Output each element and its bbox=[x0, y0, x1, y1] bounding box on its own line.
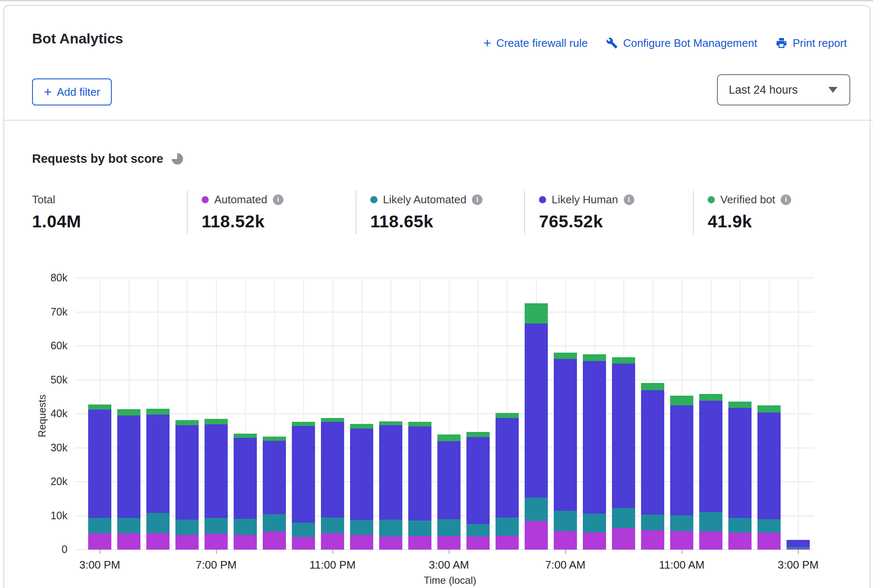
bar-1-00-AM[interactable] bbox=[379, 421, 402, 550]
y-axis-label: 70k bbox=[0, 306, 67, 318]
y-axis-label: 30k bbox=[0, 442, 67, 454]
segment-automated bbox=[292, 537, 315, 550]
segment-verified-bot bbox=[437, 434, 461, 441]
bar-7-00-PM[interactable] bbox=[205, 419, 228, 550]
segment-verified-bot bbox=[175, 420, 199, 425]
bar-3-00-PM[interactable] bbox=[88, 405, 111, 550]
segment-likely-automated bbox=[321, 518, 344, 533]
x-axis-title: Time (local) bbox=[404, 575, 496, 586]
segment-likely-human bbox=[728, 408, 752, 518]
bar-11-00-PM[interactable] bbox=[321, 418, 344, 550]
segment-likely-human bbox=[263, 441, 286, 515]
segment-likely-automated bbox=[583, 514, 606, 532]
segment-likely-automated bbox=[292, 523, 315, 537]
segment-automated bbox=[379, 537, 402, 550]
segment-likely-automated bbox=[496, 518, 519, 536]
bar-10-00-AM[interactable] bbox=[641, 383, 664, 550]
x-axis-tick bbox=[798, 550, 799, 554]
y-axis-label: 50k bbox=[0, 374, 67, 386]
segment-likely-automated bbox=[699, 512, 722, 531]
segment-verified-bot bbox=[88, 405, 111, 409]
h-gridline bbox=[75, 278, 814, 278]
segment-automated bbox=[612, 528, 635, 550]
bar-3-00-AM[interactable] bbox=[437, 434, 461, 550]
segment-automated bbox=[670, 531, 693, 550]
segment-likely-human bbox=[583, 361, 606, 514]
y-axis-label: 80k bbox=[0, 272, 67, 284]
segment-verified-bot bbox=[234, 434, 257, 438]
segment-likely-automated bbox=[466, 524, 490, 537]
segment-likely-human bbox=[757, 413, 781, 520]
bar-10-00-PM[interactable] bbox=[292, 422, 315, 550]
bar-3-00-PM[interactable] bbox=[787, 540, 810, 550]
segment-verified-bot bbox=[408, 422, 431, 426]
segment-likely-human bbox=[699, 401, 722, 512]
bar-11-00-AM[interactable] bbox=[670, 396, 693, 550]
segment-likely-human bbox=[292, 426, 315, 523]
bar-2-00-AM[interactable] bbox=[408, 422, 431, 550]
segment-automated bbox=[321, 533, 344, 550]
segment-automated bbox=[699, 531, 722, 550]
segment-likely-human bbox=[641, 390, 664, 515]
segment-likely-human bbox=[437, 441, 461, 519]
segment-automated bbox=[175, 535, 199, 550]
segment-likely-human bbox=[205, 424, 228, 518]
bar-4-00-PM[interactable] bbox=[117, 409, 140, 550]
y-axis-label: 40k bbox=[0, 407, 67, 420]
segment-verified-bot bbox=[263, 437, 286, 441]
bar-9-00-PM[interactable] bbox=[263, 437, 286, 550]
segment-likely-human bbox=[496, 418, 519, 518]
segment-verified-bot bbox=[699, 394, 722, 400]
segment-verified-bot bbox=[554, 353, 577, 359]
bar-12-00-AM[interactable] bbox=[350, 424, 373, 550]
segment-automated bbox=[408, 536, 431, 550]
segment-likely-human bbox=[88, 410, 111, 518]
segment-automated bbox=[205, 534, 228, 550]
bar-6-00-PM[interactable] bbox=[175, 420, 199, 550]
segment-likely-automated bbox=[263, 514, 286, 531]
segment-likely-human bbox=[234, 438, 257, 519]
segment-verified-bot bbox=[641, 383, 664, 390]
v-gridline bbox=[798, 278, 799, 550]
bar-5-00-PM[interactable] bbox=[146, 409, 170, 550]
bar-8-00-AM[interactable] bbox=[583, 354, 606, 550]
bar-8-00-PM[interactable] bbox=[234, 434, 257, 550]
segment-automated bbox=[583, 532, 606, 550]
x-axis-tick bbox=[449, 550, 450, 554]
segment-automated bbox=[728, 533, 752, 550]
bar-2-00-PM[interactable] bbox=[757, 405, 781, 550]
segment-likely-human bbox=[525, 324, 548, 498]
segment-likely-automated bbox=[379, 520, 402, 536]
bar-9-00-AM[interactable] bbox=[612, 357, 635, 550]
segment-likely-automated bbox=[175, 520, 199, 534]
x-axis-tick bbox=[216, 550, 217, 554]
x-axis-tick bbox=[682, 550, 682, 554]
bar-12-00-PM[interactable] bbox=[699, 394, 722, 550]
segment-automated bbox=[117, 533, 140, 550]
segment-likely-human bbox=[408, 426, 431, 521]
segment-verified-bot bbox=[205, 419, 228, 424]
segment-likely-human bbox=[175, 425, 199, 520]
bar-1-00-PM[interactable] bbox=[728, 402, 752, 550]
bar-7-00-AM[interactable] bbox=[554, 353, 577, 550]
x-axis-label: 11:00 PM bbox=[291, 558, 375, 572]
segment-automated bbox=[466, 537, 490, 550]
segment-likely-automated bbox=[728, 518, 752, 533]
segment-verified-bot bbox=[146, 409, 170, 415]
y-axis-label: 60k bbox=[0, 340, 67, 352]
segment-likely-automated bbox=[612, 508, 635, 528]
bar-6-00-AM[interactable] bbox=[525, 303, 548, 550]
segment-verified-bot bbox=[321, 418, 344, 422]
segment-automated bbox=[146, 533, 170, 550]
segment-likely-automated bbox=[525, 498, 548, 521]
bar-4-00-AM[interactable] bbox=[466, 432, 490, 550]
y-axis-label: 20k bbox=[0, 475, 67, 488]
y-axis-label: 10k bbox=[0, 510, 67, 522]
segment-likely-human bbox=[321, 422, 344, 517]
bar-5-00-AM[interactable] bbox=[496, 413, 519, 550]
segment-verified-bot bbox=[466, 432, 490, 437]
segment-verified-bot bbox=[728, 402, 752, 407]
h-gridline bbox=[75, 312, 814, 313]
segment-automated bbox=[757, 533, 781, 550]
segment-likely-human bbox=[146, 415, 170, 513]
